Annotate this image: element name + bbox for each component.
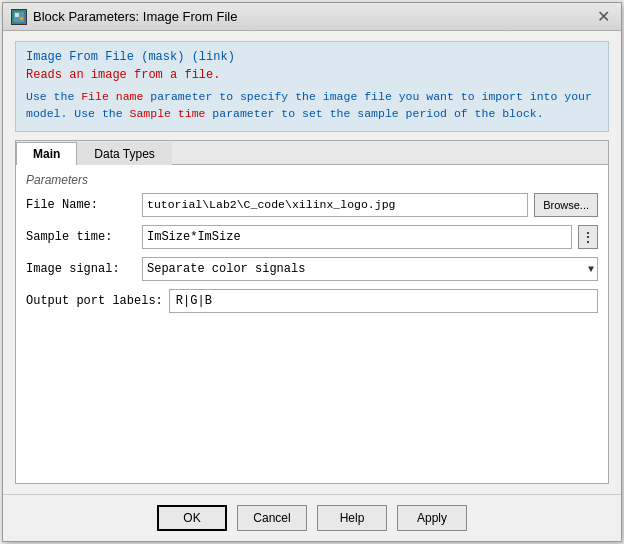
- sample-time-dots-button[interactable]: ⋮: [578, 225, 598, 249]
- help-button[interactable]: Help: [317, 505, 387, 531]
- file-name-input[interactable]: [142, 193, 528, 217]
- image-signal-label: Image signal:: [26, 262, 136, 276]
- dialog-title: Block Parameters: Image From File: [33, 9, 237, 24]
- sample-time-label: Sample time:: [26, 230, 136, 244]
- reads-line: Reads an image from a file.: [26, 68, 598, 82]
- apply-button[interactable]: Apply: [397, 505, 467, 531]
- cancel-button[interactable]: Cancel: [237, 505, 307, 531]
- image-signal-select-wrapper: Separate color signals One multidimensio…: [142, 257, 598, 281]
- browse-button[interactable]: Browse...: [534, 193, 598, 217]
- output-port-row: Output port labels: R|G|B: [26, 289, 598, 313]
- ok-button[interactable]: OK: [157, 505, 227, 531]
- close-button[interactable]: ✕: [593, 7, 613, 27]
- block-parameters-dialog: Block Parameters: Image From File ✕ Imag…: [2, 2, 622, 542]
- file-name-highlight: File name: [81, 90, 143, 103]
- params-section-label: Parameters: [26, 173, 598, 187]
- output-label-b: B: [205, 294, 212, 308]
- output-label-g: G: [190, 294, 197, 308]
- titlebar: Block Parameters: Image From File ✕: [3, 3, 621, 31]
- description-block: Image From File (mask) (link) Reads an i…: [15, 41, 609, 132]
- tab-main[interactable]: Main: [16, 142, 77, 165]
- sample-time-highlight: Sample time: [130, 107, 206, 120]
- dialog-content: Image From File (mask) (link) Reads an i…: [3, 31, 621, 494]
- output-port-value: R|G|B: [169, 289, 598, 313]
- image-signal-select[interactable]: Separate color signals One multidimensio…: [142, 257, 598, 281]
- tab-header: Main Data Types: [16, 141, 608, 165]
- mask-link-line: Image From File (mask) (link): [26, 50, 598, 64]
- bottom-buttons: OK Cancel Help Apply: [3, 494, 621, 541]
- tab-datatypes[interactable]: Data Types: [77, 142, 171, 165]
- tabs-area: Main Data Types Parameters File Name: Br…: [15, 140, 609, 485]
- file-name-label: File Name:: [26, 198, 136, 212]
- sample-time-row: Sample time: ⋮: [26, 225, 598, 249]
- image-signal-row: Image signal: Separate color signals One…: [26, 257, 598, 281]
- output-sep1: |: [183, 294, 190, 308]
- output-port-label: Output port labels:: [26, 294, 163, 308]
- output-label-r: R: [176, 294, 183, 308]
- svg-rect-2: [20, 17, 23, 20]
- svg-rect-1: [15, 13, 19, 17]
- titlebar-left: Block Parameters: Image From File: [11, 9, 237, 25]
- sample-time-input[interactable]: [142, 225, 572, 249]
- window-icon: [11, 9, 27, 25]
- tab-main-content: Parameters File Name: Browse... Sample t…: [16, 165, 608, 484]
- description-paragraph: Use the File name parameter to specify t…: [26, 88, 598, 123]
- file-name-row: File Name: Browse...: [26, 193, 598, 217]
- output-sep2: |: [197, 294, 204, 308]
